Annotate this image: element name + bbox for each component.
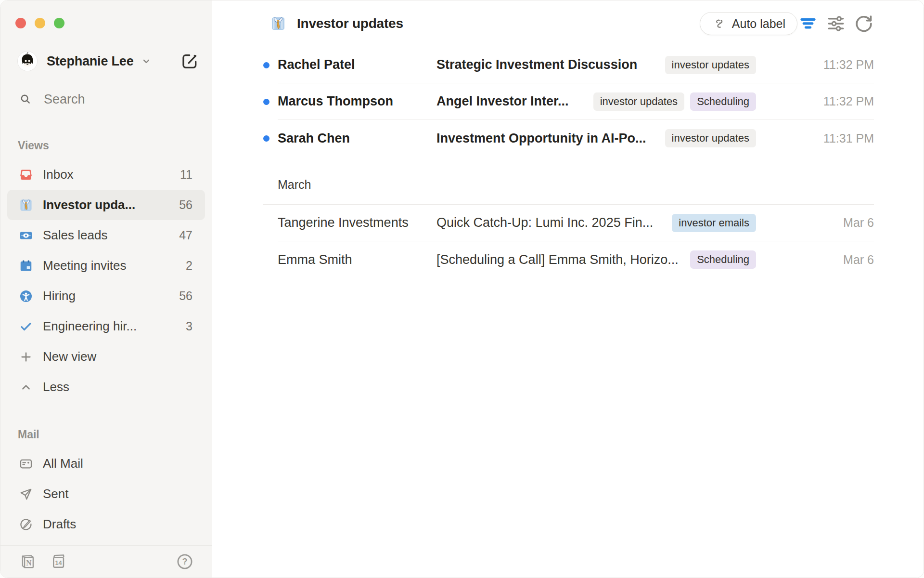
sidebar-item-label: All Mail <box>43 456 83 471</box>
sidebar-item-meeting-invites[interactable]: Meeting invites2 <box>7 250 205 281</box>
header-toolbar: Auto label <box>700 12 874 35</box>
email-tags: investor updates <box>655 56 756 74</box>
sidebar-item-hiring[interactable]: Hiring56 <box>7 281 205 311</box>
expand-button[interactable] <box>54 18 64 28</box>
checkmark-icon <box>19 319 33 334</box>
plus-icon <box>19 350 33 364</box>
email-subject: [Scheduling a Call] Emma Smith, Horizo..… <box>436 252 679 267</box>
sidebar-item-drafts[interactable]: Drafts <box>7 509 205 539</box>
sidebar-footer: N 14 ? <box>0 545 212 578</box>
sidebar-item-label: New view <box>43 349 96 364</box>
filter-icon[interactable] <box>797 13 819 34</box>
unread-dot-column <box>263 120 278 157</box>
compose-button[interactable] <box>180 52 199 71</box>
email-tags: investor updates <box>655 129 756 147</box>
account-switcher[interactable]: Stephanie Lee <box>18 52 153 71</box>
sidebar-item-label: Engineering hir... <box>43 319 137 334</box>
email-row-content: Emma Smith[Scheduling a Call] Emma Smith… <box>278 241 874 278</box>
svg-text:?: ? <box>182 557 188 566</box>
email-tag-scheduling[interactable]: Scheduling <box>690 92 756 111</box>
sliders-icon[interactable] <box>825 13 847 34</box>
shirt-tie-icon <box>19 198 33 212</box>
notion-logo-icon[interactable]: N <box>19 553 36 570</box>
email-sender: Sarah Chen <box>278 131 436 146</box>
email-sender: Marcus Thompson <box>278 94 436 109</box>
calendar-app-icon[interactable]: 14 <box>50 553 67 570</box>
email-tag-investor-updates[interactable]: investor updates <box>593 92 684 111</box>
email-subject: Strategic Investment Discussion <box>436 57 637 72</box>
unread-dot <box>263 62 270 68</box>
page-title: Investor updates <box>297 16 403 31</box>
draft-icon <box>19 517 33 532</box>
app-window: Stephanie Lee Search ViewsInbox11Investo… <box>0 0 924 578</box>
email-time: Mar 6 <box>756 216 874 230</box>
email-sender: Emma Smith <box>278 252 436 267</box>
email-tags: investor emails <box>662 214 756 232</box>
sidebar-item-count: 56 <box>179 289 192 303</box>
sidebar-item-count: 47 <box>179 228 192 242</box>
sidebar-item-count: 3 <box>186 319 192 333</box>
email-row-tangerine-investments[interactable]: Tangerine InvestmentsQuick Catch-Up: Lum… <box>263 205 874 241</box>
sidebar-item-investor-upda[interactable]: Investor upda...56 <box>7 190 205 220</box>
sidebar-item-new-view[interactable]: New view <box>7 342 205 372</box>
sidebar-item-label: Meeting invites <box>43 258 126 273</box>
email-subject: Angel Investor Inter... <box>436 94 569 109</box>
email-tag-scheduling[interactable]: Scheduling <box>690 250 756 269</box>
email-time: 11:32 PM <box>756 58 874 72</box>
sidebar-item-label: Sent <box>43 486 69 501</box>
auto-label-button[interactable]: Auto label <box>700 12 797 35</box>
email-tag-investor-updates[interactable]: investor updates <box>665 56 756 74</box>
help-icon[interactable]: ? <box>176 553 193 570</box>
close-button[interactable] <box>15 18 26 28</box>
calendar-icon <box>19 259 33 273</box>
sidebar-item-engineering-hir[interactable]: Engineering hir...3 <box>7 311 205 342</box>
email-row-content: Tangerine InvestmentsQuick Catch-Up: Lum… <box>278 205 874 241</box>
refresh-icon[interactable] <box>853 13 874 34</box>
search-button[interactable]: Search <box>19 91 199 107</box>
email-row-emma-smith[interactable]: Emma Smith[Scheduling a Call] Emma Smith… <box>263 241 874 278</box>
email-row-content: Marcus ThompsonAngel Investor Inter...in… <box>278 83 874 120</box>
email-sender: Tangerine Investments <box>278 215 436 230</box>
minimize-button[interactable] <box>35 18 45 28</box>
email-tag-investor-updates[interactable]: investor updates <box>665 129 756 147</box>
avatar <box>18 52 37 71</box>
email-tags: investor updatesScheduling <box>584 92 756 111</box>
user-name: Stephanie Lee <box>47 54 133 69</box>
sidebar-item-label: Sales leads <box>43 228 107 243</box>
email-subject: Quick Catch-Up: Lumi Inc. 2025 Fin... <box>436 215 653 230</box>
search-icon <box>19 92 32 106</box>
unread-dot-column <box>263 241 278 278</box>
sidebar-item-count: 56 <box>179 198 192 212</box>
sidebar-item-count: 2 <box>186 259 192 273</box>
sidebar-item-label: Drafts <box>43 517 76 532</box>
view-header: Investor updates Auto label <box>212 0 924 47</box>
sidebar-item-all-mail[interactable]: All Mail <box>7 448 205 479</box>
svg-text:14: 14 <box>55 559 63 566</box>
sidebar-item-less[interactable]: Less <box>7 372 205 402</box>
sidebar-item-sales-leads[interactable]: Sales leads47 <box>7 220 205 250</box>
sidebar-item-label: Investor upda... <box>43 197 135 212</box>
sidebar-item-count: 11 <box>180 168 192 182</box>
auto-label-icon <box>712 17 725 30</box>
search-label: Search <box>44 92 85 107</box>
email-tags: Scheduling <box>680 250 756 269</box>
window-controls <box>0 0 212 28</box>
svg-text:N: N <box>26 559 32 567</box>
person-circle-icon <box>19 289 33 303</box>
sidebar-item-inbox[interactable]: Inbox11 <box>7 159 205 190</box>
email-row-content: Sarah ChenInvestment Opportunity in AI-P… <box>278 120 874 157</box>
chevron-down-icon <box>140 55 153 67</box>
unread-dot-column <box>263 205 278 241</box>
email-row-rachel-patel[interactable]: Rachel PatelStrategic Investment Discuss… <box>263 47 874 83</box>
profile-row: Stephanie Lee <box>18 52 199 71</box>
email-row-content: Rachel PatelStrategic Investment Discuss… <box>278 47 874 83</box>
email-tag-investor-emails[interactable]: investor emails <box>672 214 756 232</box>
all-mail-icon <box>19 457 33 471</box>
shirt-tie-icon <box>270 15 286 32</box>
unread-dot <box>263 99 270 105</box>
email-row-marcus-thompson[interactable]: Marcus ThompsonAngel Investor Inter...in… <box>263 83 874 120</box>
email-row-sarah-chen[interactable]: Sarah ChenInvestment Opportunity in AI-P… <box>263 120 874 157</box>
sidebar-item-sent[interactable]: Sent <box>7 479 205 509</box>
banknote-icon <box>19 228 33 243</box>
inbox-icon <box>19 168 33 182</box>
